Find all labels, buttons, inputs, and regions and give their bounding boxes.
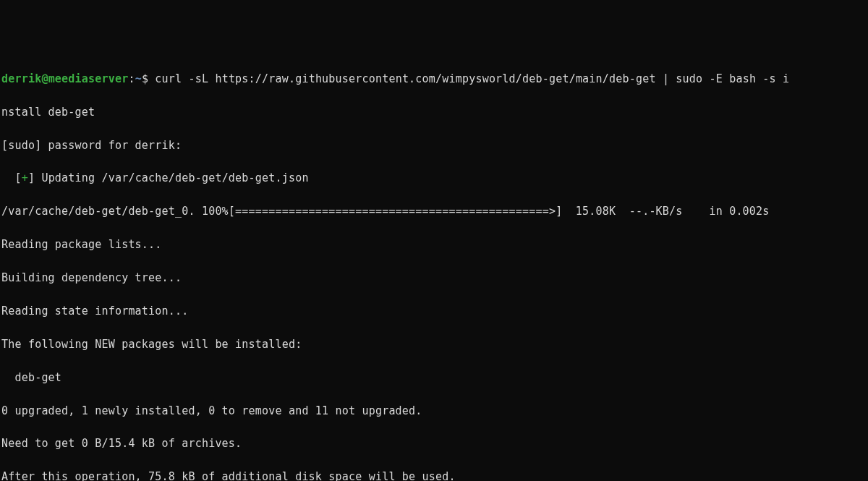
output-line: 0 upgraded, 1 newly installed, 0 to remo…: [1, 403, 867, 420]
output-updating: [+] Updating /var/cache/deb-get/deb-get.…: [1, 170, 867, 187]
output-sudo-prompt: [sudo] password for derrik:: [1, 137, 867, 154]
prompt-tilde: ~: [135, 72, 142, 85]
output-line: nstall deb-get: [1, 104, 867, 121]
output-line: Reading package lists...: [1, 237, 867, 253]
command-text: curl -sL https://raw.githubusercontent.c…: [155, 72, 789, 85]
prompt-host: meediaserver: [48, 72, 129, 85]
prompt-at: @: [41, 72, 48, 85]
plus-icon: +: [22, 171, 28, 184]
output-line: After this operation, 75.8 kB of additio…: [1, 469, 867, 481]
output-line: Reading state information...: [1, 303, 867, 320]
prompt-user: derrik: [1, 72, 41, 85]
updating-text: ] Updating /var/cache/deb-get/deb-get.js…: [28, 171, 309, 184]
bracket-open: [: [1, 171, 22, 184]
output-progress: /var/cache/deb-get/deb-get_0. 100%[=====…: [1, 203, 867, 220]
output-line: Building dependency tree...: [1, 270, 867, 286]
output-line: The following NEW packages will be insta…: [1, 336, 867, 353]
prompt-dollar: $: [142, 72, 155, 85]
prompt-line[interactable]: derrik@meediaserver:~$ curl -sL https://…: [1, 71, 867, 88]
prompt-colon: :: [128, 72, 135, 85]
output-line: deb-get: [1, 370, 867, 386]
output-line: Need to get 0 B/15.4 kB of archives.: [1, 435, 867, 452]
